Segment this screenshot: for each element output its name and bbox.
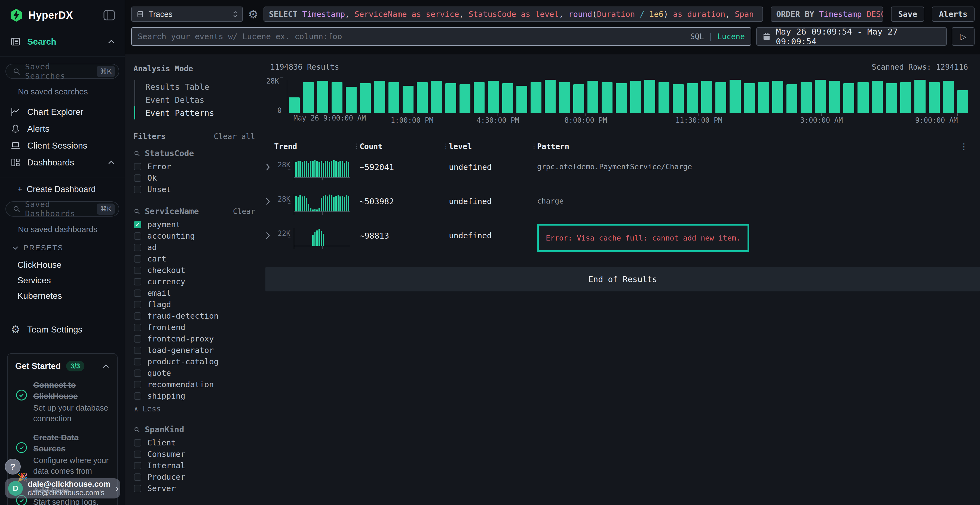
table-row[interactable]: 28K ~592041 undefined grpc.oteldemo.Paym… xyxy=(266,160,968,187)
app-logo[interactable]: HyperDX xyxy=(9,8,73,22)
column-header-level[interactable]: level xyxy=(449,142,537,151)
date-range-picker[interactable]: May 26 09:09:54 - May 27 09:09:54 xyxy=(756,27,947,46)
filter-option-error[interactable]: Error xyxy=(134,161,255,172)
saved-dashboards-input[interactable]: Saved Dashboards ⌘K xyxy=(5,201,119,217)
create-dashboard-button[interactable]: + Create Dashboard xyxy=(0,178,125,194)
checkbox[interactable] xyxy=(134,232,141,240)
expand-row-icon[interactable] xyxy=(266,228,275,240)
chevron-up-icon[interactable] xyxy=(102,364,110,368)
sql-orderby-input[interactable]: ORDER BY Timestamp DESC xyxy=(771,6,883,22)
pattern-cell[interactable]: charge xyxy=(537,194,968,205)
presets-toggle[interactable]: PRESETS xyxy=(12,244,125,252)
checkbox[interactable] xyxy=(134,324,141,331)
filter-option-currency[interactable]: currency xyxy=(134,276,255,287)
sidebar-item-search[interactable]: Search xyxy=(0,33,125,50)
checkbox[interactable] xyxy=(134,244,141,251)
checkbox[interactable] xyxy=(134,278,141,286)
checkbox[interactable] xyxy=(134,370,141,377)
column-header-pattern[interactable]: Pattern xyxy=(537,142,960,151)
checkbox[interactable] xyxy=(134,462,141,469)
filter-clear-button[interactable]: Clear xyxy=(233,207,255,216)
filter-option-frontend-proxy[interactable]: frontend-proxy xyxy=(134,333,255,345)
filter-option-email[interactable]: email xyxy=(134,287,255,299)
alerts-button[interactable]: Alerts xyxy=(932,6,975,22)
search-input[interactable] xyxy=(138,32,690,41)
table-options-icon[interactable]: ⋮ xyxy=(960,142,968,151)
filter-option-producer[interactable]: Producer xyxy=(134,471,255,483)
filter-option-checkout[interactable]: checkout xyxy=(134,264,255,276)
filter-option-shipping[interactable]: shipping xyxy=(134,390,255,402)
table-row[interactable]: 22K ~98813 undefined Error: Visa cache f… xyxy=(266,228,968,256)
results-histogram[interactable]: 28K 0 May 26 9:00:00 AM1:00:00 PM4:30:00… xyxy=(266,80,968,124)
sidebar-item-dashboards[interactable]: Dashboards xyxy=(0,154,125,171)
checkbox[interactable] xyxy=(134,267,141,274)
saved-searches-input[interactable]: Saved Searches ⌘K xyxy=(5,64,119,79)
filter-option-product-catalog[interactable]: product-catalog xyxy=(134,356,255,367)
column-header-count[interactable]: Count xyxy=(360,142,449,151)
checkbox[interactable] xyxy=(134,289,141,297)
checkbox[interactable] xyxy=(134,255,141,262)
checkbox[interactable] xyxy=(134,451,141,458)
filter-option-server[interactable]: Server xyxy=(134,483,255,494)
filter-option-consumer[interactable]: Consumer xyxy=(134,448,255,460)
help-button[interactable]: ? xyxy=(5,459,21,475)
filter-option-client[interactable]: Client xyxy=(134,437,255,448)
table-row[interactable]: 28K ~503982 undefined charge xyxy=(266,194,968,221)
checkbox[interactable] xyxy=(134,392,141,400)
mode-results-table[interactable]: Results Table xyxy=(134,80,255,93)
collapse-sidebar-icon[interactable] xyxy=(103,10,115,21)
pattern-cell[interactable]: grpc.oteldemo.PaymentService/Charge xyxy=(537,160,968,171)
filter-option-ok[interactable]: Ok xyxy=(134,172,255,184)
filter-option-quote[interactable]: quote xyxy=(134,367,255,379)
get-started-step[interactable]: Connect to ClickHouse Set up your databa… xyxy=(15,380,110,424)
lang-sql[interactable]: SQL xyxy=(690,32,704,41)
expand-row-icon[interactable] xyxy=(266,194,275,205)
checkbox[interactable] xyxy=(134,335,141,343)
mode-event-patterns[interactable]: Event Patterns xyxy=(134,106,255,119)
filter-option-ad[interactable]: ad xyxy=(134,241,255,253)
sidebar-item-alerts[interactable]: Alerts xyxy=(0,120,125,137)
filter-option-internal[interactable]: Internal xyxy=(134,460,255,471)
get-started-step[interactable]: Create Data Sources Configure where your… xyxy=(15,432,110,476)
checkbox[interactable] xyxy=(134,439,141,446)
save-button[interactable]: Save xyxy=(891,6,924,22)
checkbox[interactable] xyxy=(134,473,141,481)
sidebar-item-team-settings[interactable]: ⚙ Team Settings xyxy=(0,321,125,338)
sql-select-input[interactable]: SELECT Timestamp, ServiceName as service… xyxy=(264,6,763,22)
preset-clickhouse[interactable]: ClickHouse xyxy=(0,257,125,273)
user-menu[interactable]: D dale@clickhouse.com dale@clickhouse.co… xyxy=(5,478,120,499)
checkbox[interactable] xyxy=(134,381,141,388)
checkbox[interactable] xyxy=(134,358,141,365)
filter-option-unset[interactable]: Unset xyxy=(134,184,255,195)
mode-event-deltas[interactable]: Event Deltas xyxy=(134,93,255,106)
sidebar-item-chart-explorer[interactable]: Chart Explorer xyxy=(0,103,125,120)
checkbox[interactable] xyxy=(134,163,141,170)
filter-option-cart[interactable]: cart xyxy=(134,253,255,264)
filter-option-frontend[interactable]: frontend xyxy=(134,322,255,333)
expand-row-icon[interactable] xyxy=(266,160,275,171)
run-query-button[interactable]: ▷ xyxy=(952,27,975,46)
filter-option-recommendation[interactable]: recommendation xyxy=(134,379,255,390)
filter-option-payment[interactable]: ✓payment xyxy=(134,219,255,230)
filter-option-fraud-detection[interactable]: fraud-detection xyxy=(134,310,255,322)
settings-gear-icon[interactable]: ⚙ xyxy=(247,8,260,21)
filter-option-accounting[interactable]: accounting xyxy=(134,230,255,241)
highlighted-error-pattern[interactable]: Error: Visa cache full: cannot add new i… xyxy=(537,224,749,252)
sidebar-item-client-sessions[interactable]: Client Sessions xyxy=(0,137,125,154)
checkbox[interactable] xyxy=(134,301,141,308)
filter-option-flagd[interactable]: flagd xyxy=(134,299,255,310)
lang-lucene[interactable]: Lucene xyxy=(717,32,745,41)
clear-all-button[interactable]: Clear all xyxy=(214,132,255,141)
checkbox[interactable] xyxy=(134,347,141,354)
language-toggle[interactable]: SQL | Lucene xyxy=(690,32,745,41)
checkbox[interactable] xyxy=(134,186,141,193)
column-header-trend[interactable]: Trend xyxy=(266,142,360,151)
checkbox[interactable] xyxy=(134,485,141,492)
checkbox[interactable] xyxy=(134,312,141,320)
source-select[interactable]: Traces xyxy=(131,6,243,22)
filter-option-load-generator[interactable]: load-generator xyxy=(134,345,255,356)
preset-services[interactable]: Services xyxy=(0,273,125,288)
collapse-less-button[interactable]: ∧Less xyxy=(134,404,255,413)
checkbox[interactable]: ✓ xyxy=(134,221,141,228)
preset-kubernetes[interactable]: Kubernetes xyxy=(0,288,125,304)
